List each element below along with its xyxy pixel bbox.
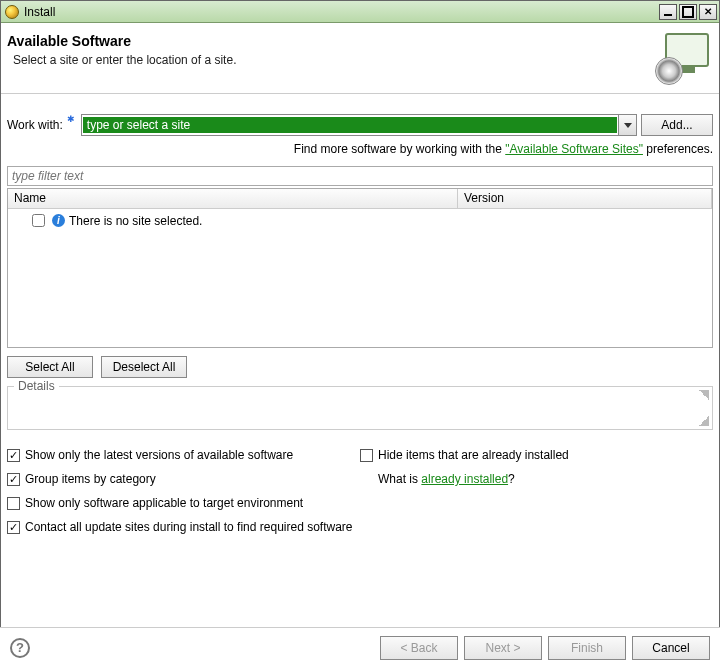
option-latest-label: Show only the latest versions of availab… (25, 448, 293, 462)
required-indicator: ✱ (67, 114, 75, 124)
option-latest[interactable]: Show only the latest versions of availab… (7, 448, 360, 462)
find-more-suffix: preferences. (643, 142, 713, 156)
option-contact-sites[interactable]: Contact all update sites during install … (7, 520, 360, 534)
footer: ? < Back Next > Finish Cancel (0, 627, 720, 667)
available-software-sites-link[interactable]: "Available Software Sites" (505, 142, 643, 156)
deselect-all-button[interactable]: Deselect All (101, 356, 187, 378)
table-header: Name Version (8, 189, 712, 209)
select-all-button[interactable]: Select All (7, 356, 93, 378)
row-checkbox[interactable] (32, 214, 45, 227)
option-group[interactable]: Group items by category (7, 472, 360, 486)
work-with-label: Work with: (7, 118, 63, 132)
app-icon (5, 5, 19, 19)
options-area: Show only the latest versions of availab… (7, 448, 713, 534)
resize-grip-icon[interactable] (699, 390, 709, 400)
title-bar: Install ✕ (1, 1, 719, 23)
already-installed-link[interactable]: already installed (421, 472, 508, 486)
work-with-value: type or select a site (83, 117, 617, 133)
window-controls: ✕ (657, 4, 717, 20)
minimize-button[interactable] (659, 4, 677, 20)
checkbox-icon[interactable] (360, 449, 373, 462)
back-button[interactable]: < Back (380, 636, 458, 660)
work-with-row: Work with: ✱ type or select a site Add..… (7, 114, 713, 136)
checkbox-icon[interactable] (7, 473, 20, 486)
column-name[interactable]: Name (8, 189, 458, 208)
checkbox-icon[interactable] (7, 497, 20, 510)
whatis-prefix: What is (378, 472, 421, 486)
whatis-suffix: ? (508, 472, 515, 486)
software-table: Name Version i There is no site selected… (7, 188, 713, 348)
option-group-label: Group items by category (25, 472, 156, 486)
option-hide-installed-label: Hide items that are already installed (378, 448, 569, 462)
empty-message: There is no site selected. (69, 214, 202, 228)
option-contact-sites-label: Contact all update sites during install … (25, 520, 353, 534)
install-illustration (659, 33, 709, 83)
chevron-down-icon[interactable] (618, 115, 636, 135)
help-icon[interactable]: ? (10, 638, 30, 658)
finish-button[interactable]: Finish (548, 636, 626, 660)
close-button[interactable]: ✕ (699, 4, 717, 20)
checkbox-icon[interactable] (7, 449, 20, 462)
find-more-text: Find more software by working with the "… (7, 142, 713, 156)
selection-buttons: Select All Deselect All (7, 356, 713, 378)
info-icon: i (52, 214, 65, 227)
next-button[interactable]: Next > (464, 636, 542, 660)
work-with-combo[interactable]: type or select a site (81, 114, 637, 136)
window-title: Install (24, 5, 657, 19)
cancel-button[interactable]: Cancel (632, 636, 710, 660)
add-button[interactable]: Add... (641, 114, 713, 136)
resize-grip-icon[interactable] (699, 416, 709, 426)
column-version[interactable]: Version (458, 189, 712, 208)
find-more-prefix: Find more software by working with the (294, 142, 505, 156)
table-row: i There is no site selected. (8, 209, 712, 232)
details-group: Details (7, 386, 713, 430)
checkbox-icon[interactable] (7, 521, 20, 534)
option-hide-installed[interactable]: Hide items that are already installed (360, 448, 713, 462)
option-target-env[interactable]: Show only software applicable to target … (7, 496, 360, 510)
what-is-installed: What is already installed? (360, 472, 713, 486)
page-subtitle: Select a site or enter the location of a… (13, 53, 659, 67)
details-legend: Details (14, 379, 59, 393)
option-target-env-label: Show only software applicable to target … (25, 496, 303, 510)
page-title: Available Software (7, 33, 659, 49)
maximize-button[interactable] (679, 4, 697, 20)
table-body: i There is no site selected. (8, 209, 712, 347)
filter-input[interactable] (7, 166, 713, 186)
header-panel: Available Software Select a site or ente… (1, 23, 719, 94)
